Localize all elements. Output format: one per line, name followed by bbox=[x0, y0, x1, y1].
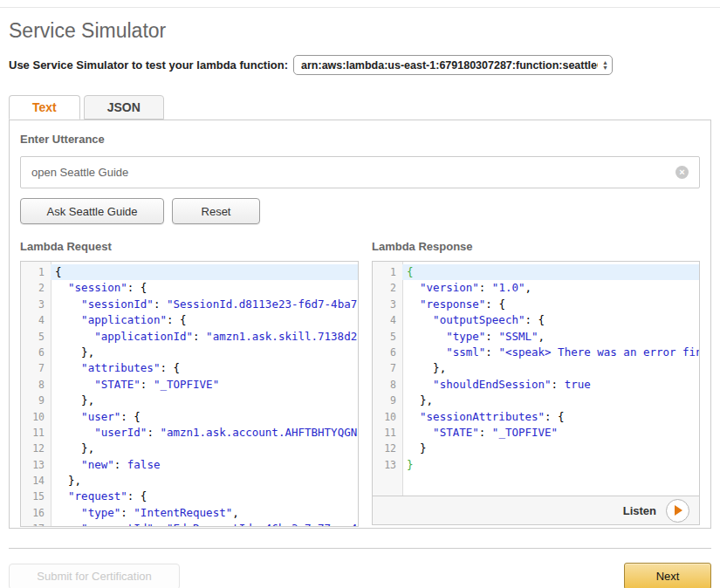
submit-certification-button[interactable]: Submit for Certification bbox=[9, 564, 180, 588]
code-line: 13 "new": false bbox=[21, 457, 358, 473]
line-number: 5 bbox=[373, 329, 402, 345]
line-number: 3 bbox=[373, 297, 402, 312]
play-icon bbox=[675, 505, 682, 516]
line-number: 6 bbox=[373, 345, 402, 360]
code-line: 10 "user": { bbox=[21, 409, 358, 425]
function-selector-row: Use Service Simulator to test your lambd… bbox=[9, 55, 711, 75]
code-line: 6 "ssml": "<speak> There was an error fi… bbox=[373, 345, 699, 360]
code-line: 12 }, bbox=[21, 441, 358, 456]
simulator-panel: Enter Utterance × Ask Seattle Guide Rese… bbox=[9, 120, 711, 529]
clear-input-icon[interactable]: × bbox=[675, 166, 689, 179]
line-number: 8 bbox=[21, 377, 51, 393]
code-line: 13} bbox=[373, 457, 699, 473]
line-number: 14 bbox=[21, 473, 51, 489]
code-line: 4 "application": { bbox=[21, 312, 358, 328]
lambda-request-column: Lambda Request 1{2 "session": {3 "sessio… bbox=[20, 240, 359, 527]
listen-bar: Listen bbox=[373, 496, 699, 524]
line-number: 11 bbox=[373, 425, 402, 441]
lambda-request-code[interactable]: 1{2 "session": {3 "sessionId": "SessionI… bbox=[21, 262, 358, 526]
action-buttons-row: Ask Seattle Guide Reset bbox=[20, 198, 700, 224]
code-line: 9 }, bbox=[21, 393, 358, 408]
lambda-response-column: Lambda Response 1{2 "version": "1.0",3 "… bbox=[372, 240, 700, 527]
line-number: 3 bbox=[21, 297, 51, 312]
line-number: 2 bbox=[373, 280, 402, 296]
function-select[interactable]: arn:aws:lambda:us-east-1:679180307287:fu… bbox=[293, 55, 613, 75]
lambda-request-label: Lambda Request bbox=[20, 240, 359, 253]
utterance-input-wrap: × bbox=[20, 156, 700, 188]
line-number: 10 bbox=[21, 409, 51, 425]
line-number: 4 bbox=[373, 312, 402, 328]
code-line: 2 "session": { bbox=[21, 280, 358, 296]
code-line: 16 "type": "IntentRequest", bbox=[21, 505, 358, 521]
code-line: 1{ bbox=[21, 264, 358, 280]
code-line: 14 }, bbox=[21, 473, 358, 489]
line-number: 7 bbox=[21, 360, 51, 376]
footer: Submit for Certification Next bbox=[9, 563, 711, 588]
code-line: 12 } bbox=[373, 441, 699, 456]
line-number: 17 bbox=[21, 521, 51, 526]
ask-skill-button[interactable]: Ask Seattle Guide bbox=[20, 198, 164, 224]
top-divider bbox=[0, 7, 720, 8]
line-number: 10 bbox=[373, 409, 402, 425]
page-title: Service Simulator bbox=[9, 19, 711, 42]
utterance-label: Enter Utterance bbox=[20, 133, 700, 146]
select-arrows-icon: ▲▼ bbox=[602, 60, 608, 71]
line-number: 9 bbox=[21, 393, 51, 408]
code-line: 17 "requestId": "EdwRequestId.c46be3a7-7… bbox=[21, 521, 358, 526]
line-number: 4 bbox=[21, 312, 51, 328]
reset-button[interactable]: Reset bbox=[172, 198, 260, 224]
line-number: 5 bbox=[21, 329, 51, 345]
code-line: 7 "attributes": { bbox=[21, 360, 358, 376]
code-line: 5 "applicationId": "amzn1.ask.skill.7138… bbox=[21, 329, 358, 345]
code-line: 11 "STATE": "_TOPFIVE" bbox=[373, 425, 699, 441]
function-select-value: arn:aws:lambda:us-east-1:679180307287:fu… bbox=[301, 59, 598, 72]
tab-json[interactable]: JSON bbox=[84, 95, 164, 120]
code-line: 6 }, bbox=[21, 345, 358, 360]
tab-bar: Text JSON bbox=[9, 95, 711, 120]
line-number: 12 bbox=[373, 441, 402, 456]
lambda-response-code: 1{2 "version": "1.0",3 "response": {4 "o… bbox=[373, 262, 699, 496]
lambda-request-editor[interactable]: 1{2 "session": {3 "sessionId": "SessionI… bbox=[20, 261, 359, 527]
utterance-input[interactable] bbox=[20, 156, 700, 188]
function-selector-label: Use Service Simulator to test your lambd… bbox=[9, 58, 288, 72]
tab-text[interactable]: Text bbox=[9, 95, 80, 120]
code-line: 8 "STATE": "_TOPFIVE" bbox=[21, 377, 358, 393]
line-number: 7 bbox=[373, 360, 402, 376]
code-line: 8 "shouldEndSession": true bbox=[373, 377, 699, 393]
play-audio-button[interactable] bbox=[666, 499, 689, 523]
line-number: 13 bbox=[373, 457, 402, 473]
line-number: 11 bbox=[21, 425, 51, 441]
code-line: 1{ bbox=[373, 264, 699, 280]
line-number: 2 bbox=[21, 280, 51, 296]
listen-label: Listen bbox=[623, 504, 656, 517]
code-line: 4 "outputSpeech": { bbox=[373, 312, 699, 328]
footer-divider bbox=[9, 548, 711, 549]
line-number: 13 bbox=[21, 457, 51, 473]
line-number: 8 bbox=[373, 377, 402, 393]
lambda-response-viewer: 1{2 "version": "1.0",3 "response": {4 "o… bbox=[372, 261, 700, 525]
lambda-response-label: Lambda Response bbox=[372, 240, 700, 253]
code-line: 11 "userId": "amzn1.ask.account.AHFTBHTY… bbox=[21, 425, 358, 441]
code-line: 9 }, bbox=[373, 393, 699, 408]
code-line: 10 "sessionAttributes": { bbox=[373, 409, 699, 425]
code-line: 7 }, bbox=[373, 360, 699, 376]
line-number: 1 bbox=[373, 264, 402, 280]
line-number: 16 bbox=[21, 505, 51, 521]
line-number: 1 bbox=[21, 264, 51, 280]
code-line: 5 "type": "SSML", bbox=[373, 329, 699, 345]
line-number: 9 bbox=[373, 393, 402, 408]
code-line: 2 "version": "1.0", bbox=[373, 280, 699, 296]
code-line: 15 "request": { bbox=[21, 489, 358, 504]
code-line: 3 "sessionId": "SessionId.d8113e23-f6d7-… bbox=[21, 297, 358, 312]
line-number: 12 bbox=[21, 441, 51, 456]
next-button[interactable]: Next bbox=[624, 563, 711, 588]
code-line: 3 "response": { bbox=[373, 297, 699, 312]
line-number: 6 bbox=[21, 345, 51, 360]
line-number: 15 bbox=[21, 489, 51, 504]
